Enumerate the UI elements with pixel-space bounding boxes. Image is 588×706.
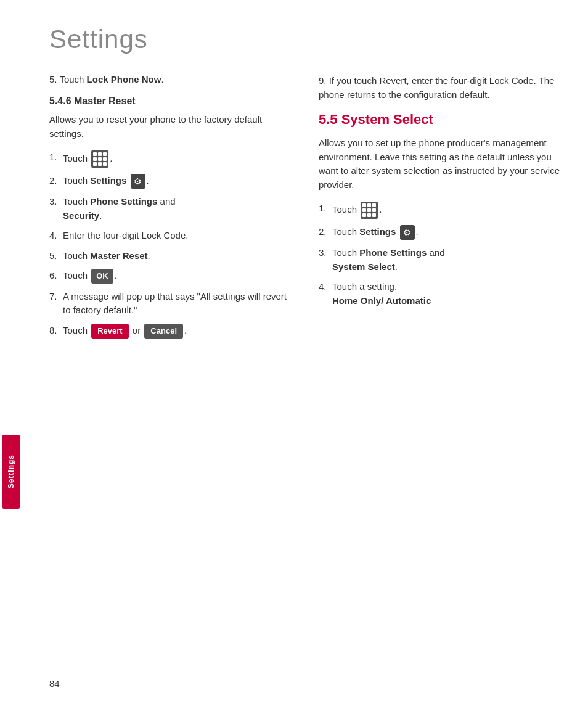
section-546-intro: Allows you to reset your phone to the fa… bbox=[49, 113, 294, 141]
step-num: 6. bbox=[49, 269, 63, 283]
col-left: 5. Touch Lock Phone Now. 5.4.6 Master Re… bbox=[49, 74, 294, 345]
gear-icon bbox=[131, 174, 145, 189]
step-content: Touch Settings . bbox=[332, 225, 563, 240]
step-num: 4. bbox=[319, 280, 332, 294]
sidebar-label: Settings bbox=[7, 454, 15, 488]
page-number: 84 bbox=[49, 678, 60, 689]
master-reset-label: Master Reset bbox=[90, 250, 147, 261]
step-num: 1. bbox=[49, 150, 63, 165]
list-item: 3. Touch Phone Settings and System Selec… bbox=[319, 246, 563, 274]
system-select-label: System Select bbox=[332, 261, 395, 272]
gear-icon2 bbox=[400, 225, 415, 240]
apps-icon bbox=[91, 150, 108, 168]
step-content: Touch Revert or Cancel. bbox=[63, 324, 294, 339]
step-num: 8. bbox=[49, 324, 63, 338]
step-content: A message will pop up that says "All set… bbox=[63, 290, 294, 318]
step-content: Touch Phone Settings and System Select. bbox=[332, 246, 563, 274]
list-item: 1. Touch . bbox=[49, 150, 294, 168]
step-content: Touch OK. bbox=[63, 269, 294, 284]
settings-label: Settings bbox=[90, 175, 126, 186]
settings-label2: Settings bbox=[359, 226, 396, 237]
step-num: 7. bbox=[49, 290, 63, 304]
step-num: 3. bbox=[319, 246, 332, 260]
sidebar-tab: Settings bbox=[2, 435, 20, 509]
step-num: 2. bbox=[49, 174, 63, 188]
columns: 5. Touch Lock Phone Now. 5.4.6 Master Re… bbox=[49, 74, 563, 345]
step-content: Touch Phone Settings and Security. bbox=[63, 195, 294, 223]
step-content: Touch Master Reset. bbox=[63, 249, 294, 263]
bottom-rule bbox=[49, 671, 123, 671]
step-content: Touch a setting. Home Only/ Automatic bbox=[332, 280, 563, 308]
section-546-steps: 1. Touch . 2. bbox=[49, 150, 294, 339]
col-right: 9. If you touch Revert, enter the four-d… bbox=[319, 74, 563, 345]
section-55-steps: 1. Touch . 2. bbox=[319, 202, 563, 308]
step-num: 5. bbox=[49, 249, 63, 263]
apps-icon bbox=[361, 202, 378, 219]
list-item: 7. A message will pop up that says "All … bbox=[49, 290, 294, 318]
section-55-heading: 5.5 System Select bbox=[319, 112, 563, 128]
cancel-button: Cancel bbox=[144, 324, 183, 339]
phone-settings-label: Phone Settings bbox=[90, 196, 157, 207]
step9-text: 9. If you touch Revert, enter the four-d… bbox=[319, 74, 563, 102]
step-content: Enter the four-digit Lock Code. bbox=[63, 229, 294, 243]
revert-button: Revert bbox=[91, 324, 128, 339]
list-item: 1. Touch . bbox=[319, 202, 563, 219]
security-label: Security bbox=[63, 210, 99, 221]
step-num: 2. bbox=[319, 225, 332, 239]
step-num: 4. bbox=[49, 229, 63, 243]
step-num: 3. bbox=[49, 195, 63, 209]
list-item: 3. Touch Phone Settings and Security. bbox=[49, 195, 294, 223]
main-content: Settings 5. Touch Lock Phone Now. 5.4.6 … bbox=[22, 0, 588, 706]
step-num: 1. bbox=[319, 202, 332, 216]
list-item: 4. Enter the four-digit Lock Code. bbox=[49, 229, 294, 243]
section-546-heading: 5.4.6 Master Reset bbox=[49, 96, 294, 107]
list-item: 6. Touch OK. bbox=[49, 269, 294, 284]
home-only-label: Home Only/ Automatic bbox=[332, 295, 431, 306]
page-container: Settings Settings 5. Touch Lock Phone No… bbox=[0, 0, 588, 706]
list-item: 5. Touch Master Reset. bbox=[49, 249, 294, 263]
step-content: Touch . bbox=[63, 150, 294, 168]
ok-button: OK bbox=[91, 269, 113, 284]
section-55-intro: Allows you to set up the phone producer'… bbox=[319, 136, 563, 192]
step-content: Touch Settings . bbox=[63, 174, 294, 189]
list-item: 8. Touch Revert or Cancel. bbox=[49, 324, 294, 339]
list-item: 2. Touch Settings . bbox=[319, 225, 563, 240]
phone-settings-label2: Phone Settings bbox=[359, 247, 427, 258]
step5-bold: Lock Phone Now bbox=[87, 74, 161, 84]
step-content: Touch . bbox=[332, 202, 563, 219]
step5-intro: 5. Touch Lock Phone Now. bbox=[49, 74, 294, 84]
list-item: 4. Touch a setting. Home Only/ Automatic bbox=[319, 280, 563, 308]
sidebar: Settings bbox=[0, 0, 22, 706]
list-item: 2. Touch Settings . bbox=[49, 174, 294, 189]
page-title: Settings bbox=[49, 25, 563, 54]
